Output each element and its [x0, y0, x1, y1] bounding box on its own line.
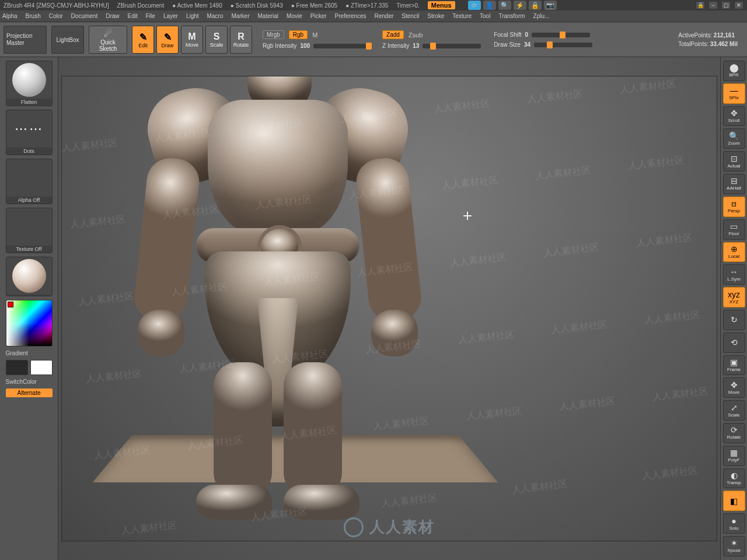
z-intensity-value: 13 [413, 43, 419, 49]
projection-master-button[interactable]: Projection Master [4, 26, 47, 54]
rotate-button[interactable]: ⟳Rotate [723, 423, 745, 443]
window-controls: 🔒 – ▢ ✕ [696, 1, 743, 9]
gradient-label[interactable]: Gradient [6, 350, 53, 356]
menu-preferences[interactable]: Preferences [335, 13, 366, 19]
close-icon[interactable]: ✕ [734, 1, 743, 9]
move-button[interactable]: ✥Move [723, 377, 745, 398]
rgb-block: Mrgb Rgb M Rgb Intensity 100 [263, 30, 372, 49]
menu-edit[interactable]: Edit [128, 13, 138, 19]
menu-tool[interactable]: Tool [480, 13, 490, 19]
menu-document[interactable]: Document [71, 13, 98, 19]
rotate-mode-button[interactable]: RRotate [230, 26, 252, 54]
maximize-icon[interactable]: ▢ [721, 1, 731, 9]
actual-button[interactable]: ⊡Actual [723, 151, 745, 172]
nav-button[interactable]: ↻ [723, 310, 745, 330]
menu-alpha[interactable]: Alpha [2, 13, 18, 19]
alpha-slot[interactable]: Alpha Off [6, 159, 53, 204]
move-mode-button[interactable]: MMove [181, 26, 203, 54]
menu-stroke[interactable]: Stroke [427, 13, 444, 19]
brush-slot[interactable]: Flatten [6, 61, 53, 106]
stroke-slot[interactable]: ⋯⋯ Dots [6, 110, 53, 155]
color-picker[interactable] [6, 300, 53, 346]
lock2-icon[interactable]: 🔒 [696, 1, 705, 9]
scale-mode-button[interactable]: SScale [205, 26, 228, 54]
rgb-button[interactable]: Rgb [289, 30, 308, 39]
focal-shift-slider[interactable] [532, 33, 590, 37]
edit-mode-button[interactable]: ✎Edit [132, 26, 154, 54]
texture-slot[interactable]: Texture Off [6, 208, 53, 253]
lsym-button[interactable]: ↔L.Sym [723, 264, 745, 285]
zadd-button[interactable]: Zadd [382, 30, 404, 39]
menu-picker[interactable]: Picker [310, 13, 327, 19]
transform-modes: ✎Edit✎DrawMMoveSScaleRRotate [132, 26, 252, 54]
m-button[interactable]: M [312, 32, 317, 38]
draw-mode-button[interactable]: ✎Draw [156, 26, 179, 54]
zsub-button[interactable]: Zsub [409, 32, 423, 38]
aahalf-button[interactable]: ⊟AAHalf [723, 174, 745, 194]
nav-button[interactable]: ◧ [723, 491, 745, 511]
draw-size-label: Draw Size [494, 41, 521, 48]
cursor-crosshair-icon [463, 212, 472, 220]
stat-ztime: ● ZTime>17.335 [345, 2, 388, 9]
menu-macro[interactable]: Macro [207, 13, 224, 19]
character-mesh [109, 76, 447, 541]
menu-color[interactable]: Color [49, 13, 63, 19]
menu-zplu[interactable]: Zplu... [533, 13, 550, 19]
lock-icon[interactable]: 🔒 [529, 1, 542, 10]
z-intensity-label: Z Intensity [382, 43, 409, 49]
polyf-button[interactable]: ▦PolyF [723, 446, 745, 466]
menus-button[interactable]: Menus [428, 1, 455, 9]
switch-colors[interactable] [6, 360, 53, 375]
search-icon[interactable]: 🔍 [498, 1, 511, 10]
scale-button[interactable]: ⤢Scale [723, 400, 745, 421]
document-viewport[interactable]: 人人素材社区人人素材社区人人素材社区人人素材社区人人素材社区人人素材社区人人素材… [61, 76, 717, 541]
material-slot[interactable] [6, 257, 53, 296]
left-tray: Flatten ⋯⋯ Dots Alpha Off Texture Off Gr… [0, 57, 58, 560]
nav-button[interactable]: ⟲ [723, 332, 745, 353]
menu-material[interactable]: Material [258, 13, 279, 19]
alternate-button[interactable]: Alternate [6, 388, 53, 397]
menu-file[interactable]: File [146, 13, 155, 19]
menu-render[interactable]: Render [375, 13, 394, 19]
menu-marker[interactable]: Marker [231, 13, 249, 19]
menu-movie[interactable]: Movie [287, 13, 302, 19]
xyz-button[interactable]: xyzXYZ [723, 287, 745, 307]
bolt-icon[interactable]: ⚡ [514, 1, 526, 10]
quicksketch-button[interactable]: ☄Quick Sketch [89, 26, 127, 54]
local-button[interactable]: ⊕Local [723, 242, 745, 262]
xpose-button[interactable]: ✶Xpose [723, 536, 745, 556]
solo-button[interactable]: ●Solo [723, 513, 745, 534]
mrgb-button[interactable]: Mrgb [263, 30, 284, 39]
canvas[interactable]: 人人素材社区人人素材社区人人素材社区人人素材社区人人素材社区人人素材社区人人素材… [58, 57, 720, 560]
menu-brush[interactable]: Brush [26, 13, 41, 19]
menu-light[interactable]: Light [186, 13, 199, 19]
zoom-button[interactable]: 🔍Zoom [723, 128, 745, 149]
rgb-intensity-value: 100 [300, 43, 310, 49]
rgb-intensity-slider[interactable] [313, 44, 372, 48]
scroll-button[interactable]: ✥Scroll [723, 106, 745, 127]
menu-transform[interactable]: Transform [498, 13, 525, 19]
persp-button[interactable]: ⧈Persp [723, 197, 745, 217]
title-tool-icons: ⟳ 👤 🔍 ⚡ 🔒 📷 [468, 1, 557, 10]
menu-texture[interactable]: Texture [452, 13, 472, 19]
draw-size-slider[interactable] [534, 43, 592, 47]
floor-button[interactable]: ▭Floor [723, 219, 745, 240]
z-intensity-slider[interactable] [423, 44, 481, 48]
spix-button[interactable]: —SPix [723, 83, 745, 104]
refresh-icon[interactable]: ⟳ [468, 1, 481, 10]
camera-icon[interactable]: 📷 [544, 1, 557, 10]
stat-active-mem: ● Active Mem 1490 [172, 2, 222, 9]
transp-button[interactable]: ◐Transp [723, 468, 745, 489]
frame-button[interactable]: ▣Frame [723, 355, 745, 376]
doc-title: ZBrush Document [117, 2, 165, 9]
user-icon[interactable]: 👤 [483, 1, 496, 10]
menu-draw[interactable]: Draw [106, 13, 119, 19]
minimize-icon[interactable]: – [708, 1, 718, 9]
menu-layer[interactable]: Layer [163, 13, 178, 19]
app-title: ZBrush 4R4 [ZMSQ-CMJY-ABHJ-RYHU] [4, 2, 109, 9]
bpr-button[interactable]: ⬤BPR [723, 61, 745, 81]
footer-logo: 人人素材 [344, 517, 435, 537]
switchcolor-label[interactable]: SwitchColor [6, 379, 53, 385]
menu-stencil[interactable]: Stencil [402, 13, 419, 19]
lightbox-button[interactable]: LightBox [51, 26, 84, 54]
